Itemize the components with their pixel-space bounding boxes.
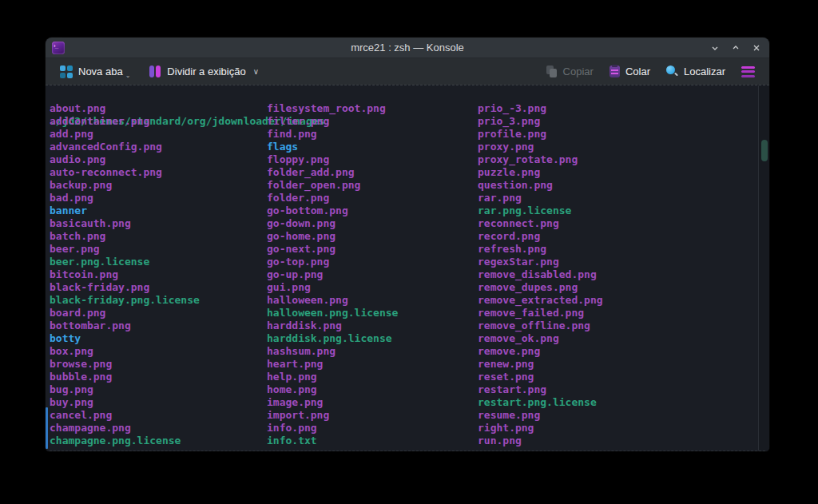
hamburger-menu-icon: [741, 66, 755, 77]
file-entry: halloween.png: [267, 294, 398, 307]
file-entry: champagne.png: [50, 422, 200, 435]
file-entry: gui.png: [267, 281, 398, 294]
file-entry: prio_-3.png: [478, 102, 603, 115]
file-entry: run.png: [478, 435, 603, 447]
file-entry: remove_offline.png: [478, 319, 603, 332]
konsole-window: mrce21 : zsh — Konsole Nova aba ⌄ Dividi…: [46, 38, 769, 451]
file-entry: rar.png: [478, 192, 603, 204]
file-entry: record.png: [478, 230, 603, 243]
file-entry: bug.png: [50, 383, 200, 396]
file-entry: folder_add.png: [267, 166, 398, 179]
file-entry: harddisk.png.license: [267, 332, 398, 345]
terminal-display[interactable]: ./jd2/themes/standard/org/jdownloader/im…: [46, 85, 769, 451]
toolbar: Nova aba ⌄ Dividir a exibição ∨ Copiar C…: [46, 58, 769, 85]
file-column-1: about.pngaddContainer.pngadd.pngadvanced…: [50, 102, 200, 447]
file-entry: resume.png: [478, 409, 603, 422]
file-entry: renew.png: [478, 358, 603, 371]
file-entry: harddisk.png: [267, 319, 398, 332]
file-entry: bottombar.png: [50, 319, 200, 332]
file-entry: bad.png: [50, 192, 200, 204]
scrollbar-thumb[interactable]: [761, 140, 768, 161]
close-button[interactable]: [750, 42, 763, 54]
file-entry: champagne.png.license: [50, 435, 200, 447]
file-entry: refresh.png: [478, 243, 603, 256]
new-tab-label: Nova aba: [78, 65, 123, 77]
title-bar[interactable]: mrce21 : zsh — Konsole: [46, 38, 769, 58]
file-entry: go-next.png: [267, 243, 398, 256]
new-tab-button[interactable]: Nova aba ⌄: [54, 62, 140, 81]
file-entry: remove.png: [478, 345, 603, 358]
find-button[interactable]: Localizar: [660, 62, 732, 81]
file-entry: find.png: [267, 128, 398, 141]
file-entry: about.png: [50, 102, 200, 115]
file-entry: help.png: [267, 371, 398, 383]
file-entry: box.png: [50, 345, 200, 358]
file-entry: filter.png: [267, 115, 398, 128]
file-entry: go-top.png: [267, 256, 398, 268]
directory-entry: botty: [50, 332, 200, 345]
file-listing: about.pngaddContainer.pngadd.pngadvanced…: [50, 102, 757, 450]
file-entry: info.png: [267, 422, 398, 435]
file-entry: proxy_rotate.png: [478, 153, 603, 166]
file-entry: board.png: [50, 307, 200, 319]
file-entry: auto-reconnect.png: [50, 166, 200, 179]
file-entry: bubble.png: [50, 371, 200, 383]
file-entry: halloween.png.license: [267, 307, 398, 319]
file-entry: go-home.png: [267, 230, 398, 243]
file-entry: beer.png: [50, 243, 200, 256]
directory-entry: flags: [267, 141, 398, 153]
file-entry: audio.png: [50, 153, 200, 166]
split-view-button[interactable]: Dividir a exibição ∨: [143, 62, 265, 81]
file-entry: right.png: [478, 422, 603, 435]
file-entry: add.png: [50, 128, 200, 141]
new-tab-icon: [60, 65, 73, 78]
directory-entry: banner: [50, 204, 200, 217]
file-entry: black-friday.png: [50, 281, 200, 294]
terminal-output: ./jd2/themes/standard/org/jdownloader/im…: [50, 89, 757, 450]
scrollbar-track[interactable]: [758, 85, 769, 450]
file-entry: hashsum.png: [267, 345, 398, 358]
file-entry: bitcoin.png: [50, 268, 200, 281]
chevron-down-icon: ∨: [253, 67, 259, 76]
file-entry: remove_disabled.png: [478, 268, 603, 281]
minimize-button[interactable]: [709, 42, 721, 54]
file-entry: batch.png: [50, 230, 200, 243]
file-entry: go-down.png: [267, 217, 398, 230]
file-entry: prio_3.png: [478, 115, 603, 128]
file-entry: remove_extracted.png: [478, 294, 603, 307]
file-column-2: filesystem_root.pngfilter.pngfind.pngfla…: [267, 102, 398, 447]
file-entry: basicauth.png: [50, 217, 200, 230]
file-entry: heart.png: [267, 358, 398, 371]
file-entry: addContainer.png: [50, 115, 200, 128]
window-title: mrce21 : zsh — Konsole: [46, 42, 769, 54]
split-view-icon: [149, 65, 161, 78]
file-entry: folder_open.png: [267, 179, 398, 192]
paste-label: Colar: [625, 65, 650, 77]
paste-icon: [610, 65, 620, 77]
konsole-app-icon: [52, 42, 65, 54]
file-entry: reconnect.png: [478, 217, 603, 230]
copy-label: Copiar: [563, 65, 594, 77]
copy-icon: [546, 65, 558, 77]
paste-button[interactable]: Colar: [603, 62, 657, 81]
hamburger-menu-button[interactable]: [735, 63, 761, 81]
find-icon: [666, 65, 678, 77]
file-entry: import.png: [267, 409, 398, 422]
file-entry: folder.png: [267, 192, 398, 204]
file-entry: reset.png: [478, 371, 603, 383]
file-entry: backup.png: [50, 179, 200, 192]
find-label: Localizar: [684, 65, 725, 77]
file-entry: image.png: [267, 396, 398, 409]
file-entry: filesystem_root.png: [267, 102, 398, 115]
new-lines-highlight-bar: [46, 407, 48, 449]
file-entry: cancel.png: [50, 409, 200, 422]
maximize-button[interactable]: [729, 42, 742, 54]
file-column-3: prio_-3.pngprio_3.pngprofile.pngproxy.pn…: [478, 102, 603, 447]
file-entry: go-up.png: [267, 268, 398, 281]
file-entry: floppy.png: [267, 153, 398, 166]
file-entry: remove_ok.png: [478, 332, 603, 345]
file-entry: remove_failed.png: [478, 307, 603, 319]
file-entry: question.png: [478, 179, 603, 192]
file-entry: regexStar.png: [478, 256, 603, 268]
copy-button[interactable]: Copiar: [540, 62, 600, 81]
